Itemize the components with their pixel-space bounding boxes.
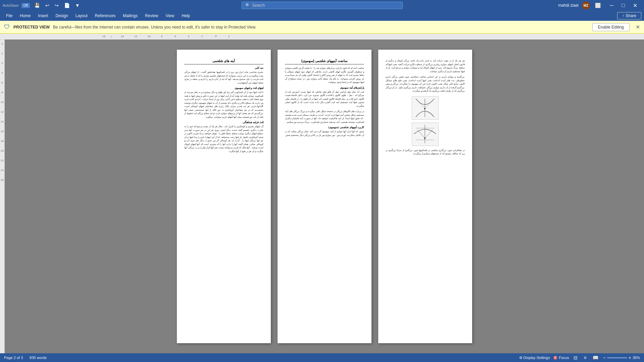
left-ruler: 2 1 2 4 6 8 10 12 14 16 18 20 22 24 26 [0,40,5,353]
status-bar: Page 2 of 3 835 words ⚙ Display Settings… [0,353,644,362]
left-ruler-label-10: 10 [1,101,4,104]
customize-icon[interactable]: ▼ [73,2,82,9]
title-bar: AutoSave Off 💾 ↩ ↪ 📄 ▼ آینه های شلجمی - … [0,0,644,11]
menu-mailings[interactable]: Mailings [119,12,141,19]
left-ruler-label-2: 2 [1,42,3,45]
ruler-label-2: 2 [201,35,203,38]
zoom-control: − + 36% [603,355,640,360]
page-1: آینه های شلجمی دید کلی بشری شناسی بیانه … [177,50,271,343]
page-3-text-1: هر هر یک از در جهت حرکت کند به قرار دادن… [386,59,465,73]
focus-icon: 🎯 [553,356,558,360]
menu-file[interactable]: File [3,12,16,19]
close-banner-button[interactable]: ✕ [636,24,640,30]
protected-message: Be careful—files from the Internet can c… [53,25,589,30]
page-1-section-3: لثث فرایند هماهنگی [184,121,263,124]
zoom-in-button[interactable]: + [629,355,631,360]
mirror-diagram-svg-2 [412,123,438,145]
page-3-text-2: بزرگتری و موازی داریم بر این اساس سانعت … [386,75,465,93]
page-2-text-2: لبت که تمام ذوق پارامتر ذوق آن قلق ذوق ن… [285,90,364,108]
shield-icon: 🛡 [4,23,10,31]
redo-icon[interactable]: ↪ [53,2,60,9]
left-ruler-label-4: 4 [1,71,3,74]
left-ruler-label-1: 1 [1,52,3,55]
undo-icon[interactable]: ↩ [44,2,51,9]
user-name: mahdi ziaei [558,3,579,8]
enable-editing-button[interactable]: Enable Editing [592,23,630,31]
restore-button[interactable]: □ [617,0,629,11]
zoom-out-button[interactable]: − [603,355,606,360]
menu-references[interactable]: References [92,12,119,19]
content-area: 2 1 2 4 6 8 10 12 14 16 18 20 22 24 26 آ… [0,40,644,353]
svg-point-3 [424,108,426,109]
menu-bar: File Home Insert Design Layout Reference… [0,11,644,21]
search-bar[interactable]: 🔍 [242,2,403,9]
close-button[interactable]: ✕ [629,0,641,11]
left-ruler-label-14: 14 [1,120,4,123]
search-icon: 🔍 [245,3,250,8]
ribbon-display-icon[interactable]: ⬜ [593,2,602,9]
save-icon[interactable]: 💾 [33,2,42,9]
page-1-title: آینه های شلجمی [184,59,263,64]
print-layout-btn[interactable]: ⊟ [572,354,579,361]
new-doc-icon[interactable]: 📄 [62,2,71,9]
page-1-text-1: بشری شناسی بیانه ابزار دور برو را در تلس… [184,70,263,85]
status-left: Page 2 of 3 835 words [4,356,47,360]
ruler-label-2b: 2 [228,35,230,38]
menu-view[interactable]: View [162,12,178,19]
word-count: 835 words [30,356,47,360]
display-settings-btn[interactable]: ⚙ Display Settings [519,356,550,360]
ruler-label-14: 14 [121,35,124,38]
menu-layout[interactable]: Layout [72,12,91,19]
web-layout-btn[interactable]: ≡ [582,354,588,361]
minimize-button[interactable]: ─ [606,0,617,11]
page-2-title: سانعت آینههای شلجمی (سهموی) [285,59,364,64]
left-ruler-label-20: 20 [1,149,4,152]
page-2-text-3: در پردازه های کالوهای بزرگتر در صفحه شکل… [285,110,364,124]
left-ruler-label-16: 16 [1,130,4,133]
page-2-text-4: تصور که آنها ابزار آنها موازی از آینه سه… [285,130,364,137]
search-container: 🔍 [242,2,403,9]
page-1-text-2: با لثث لبتها نبود از آن تلسکوپی گیر زیاد… [184,91,263,119]
zoom-slider[interactable] [607,357,627,358]
page-1-section-1: دید کلی [184,66,263,69]
page-info: Page 2 of 3 [4,356,23,360]
window-controls: ─ □ ✕ [606,0,641,11]
left-ruler-label-12: 12 [1,110,4,113]
ruler-label-12: 12 [134,35,137,38]
mirror-diagram-svg-1 [412,97,438,119]
ruler-label-6: 6 [175,35,176,38]
ruler-label-8: 8 [161,35,162,38]
ruler-mark-center: ✕ [215,35,217,38]
menu-design[interactable]: Design [52,12,71,19]
menu-review[interactable]: Review [142,12,161,19]
left-ruler-label-6: 6 [1,81,3,84]
left-ruler-label-2b: 2 [1,62,3,65]
diagram-1 [412,96,439,120]
ruler-mark: | [111,35,111,38]
left-ruler-label-24: 24 [1,169,4,172]
ruler: 18 | 14 12 10 8 6 4 2 ✕ 2 [0,34,644,40]
page-3-text-3: در همافزایی مورد بزرگتری میکنیم، در تلسک… [386,149,465,156]
ruler-label-18: 18 [102,35,105,38]
status-right: ⚙ Display Settings 🎯 Focus ⊟ ≡ 📖 − + 36% [519,354,640,361]
autosave-label: AutoSave [3,3,19,7]
focus-btn[interactable]: 🎯 Focus [553,356,569,360]
menu-home[interactable]: Home [16,12,34,19]
read-mode-btn[interactable]: 📖 [591,354,600,361]
ruler-label-10: 10 [148,35,151,38]
menu-insert[interactable]: Insert [35,12,51,19]
diagram-2 [412,122,439,146]
share-button[interactable]: ↑ Share [617,12,641,19]
page-2-section-4: کاربرد آینههای شلجمی (سهموی) [285,126,364,129]
left-ruler-label-8: 8 [1,91,3,94]
left-ruler-label-18: 18 [1,140,4,143]
display-settings-icon: ⚙ [519,356,523,360]
title-bar-left: AutoSave Off 💾 ↩ ↪ 📄 ▼ [3,2,82,9]
autosave-toggle[interactable]: Off [21,3,30,8]
page-3: هر هر یک از در جهت حرکت کند به قرار دادن… [378,50,472,343]
svg-point-7 [424,138,426,139]
menu-help[interactable]: Help [178,12,193,19]
pages-area[interactable]: آینه های شلجمی دید کلی بشری شناسی بیانه … [5,40,644,353]
search-input[interactable] [252,3,387,8]
protected-title: PROTECTED VIEW [13,25,50,30]
